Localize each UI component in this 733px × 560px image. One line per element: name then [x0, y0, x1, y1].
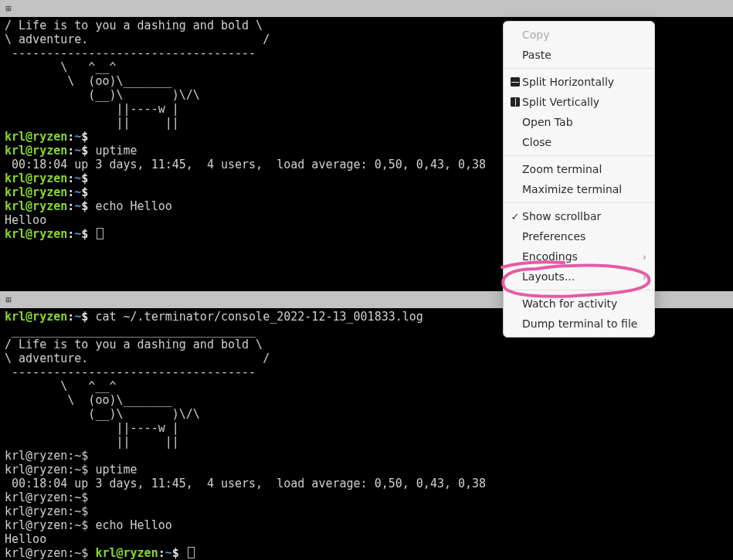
prompt-line: krl@ryzen:~$	[5, 449, 728, 463]
menu-paste[interactable]: Paste	[504, 45, 654, 65]
split-icon: ⊞	[3, 294, 14, 305]
context-menu: Copy Paste Split Horizontally Split Vert…	[503, 21, 655, 338]
prompt-line: krl@ryzen:~$	[5, 490, 728, 504]
menu-copy: Copy	[504, 25, 654, 45]
cowsay-art: ___________________________________ / Li…	[5, 324, 728, 449]
menu-layouts[interactable]: Layouts...›	[504, 266, 654, 287]
chevron-right-icon: ›	[643, 251, 646, 263]
cursor	[188, 547, 195, 558]
uptime-cmd-line: krl@ryzen:~$ uptime	[5, 463, 728, 477]
menu-separator	[504, 290, 654, 290]
menu-open-tab[interactable]: Open Tab	[504, 112, 654, 132]
split-vertical-icon	[511, 97, 520, 107]
menu-zoom-terminal[interactable]: Zoom terminal	[504, 159, 654, 179]
uptime-output: 00:18:04 up 3 days, 11:45, 4 users, load…	[5, 477, 728, 490]
menu-dump-terminal-to-file[interactable]: Dump terminal to file	[504, 314, 654, 334]
menu-split-vertically[interactable]: Split Vertically	[504, 92, 654, 112]
split-horizontal-icon	[511, 77, 520, 87]
menu-separator	[504, 155, 654, 156]
menu-maximize-terminal[interactable]: Maximize terminal	[504, 179, 654, 199]
pane1-titlebar: ⊞	[0, 0, 733, 17]
menu-close[interactable]: Close	[504, 132, 654, 152]
terminal-pane-bottom[interactable]: krl@ryzen:~$ cat ~/.terminator/console_2…	[0, 308, 733, 560]
echo-cmd-line: krl@ryzen:~$ echo Helloo	[5, 518, 728, 532]
prompt-line-cursor: krl@ryzen:~$ krl@ryzen:~$	[5, 546, 728, 560]
menu-separator	[504, 202, 654, 203]
menu-watch-activity[interactable]: Watch for activity	[504, 294, 654, 314]
menu-split-horizontally[interactable]: Split Horizontally	[504, 72, 654, 92]
check-icon: ✓	[508, 211, 522, 222]
echo-output: Helloo	[5, 532, 728, 546]
split-icon: ⊞	[3, 3, 14, 14]
chevron-right-icon: ›	[643, 271, 646, 283]
menu-encodings[interactable]: Encodings›	[504, 246, 654, 266]
menu-separator	[504, 68, 654, 69]
menu-show-scrollbar[interactable]: ✓Show scrollbar	[504, 206, 654, 226]
prompt-line: krl@ryzen:~$	[5, 504, 728, 518]
cursor	[97, 228, 104, 239]
menu-preferences[interactable]: Preferences	[504, 226, 654, 246]
